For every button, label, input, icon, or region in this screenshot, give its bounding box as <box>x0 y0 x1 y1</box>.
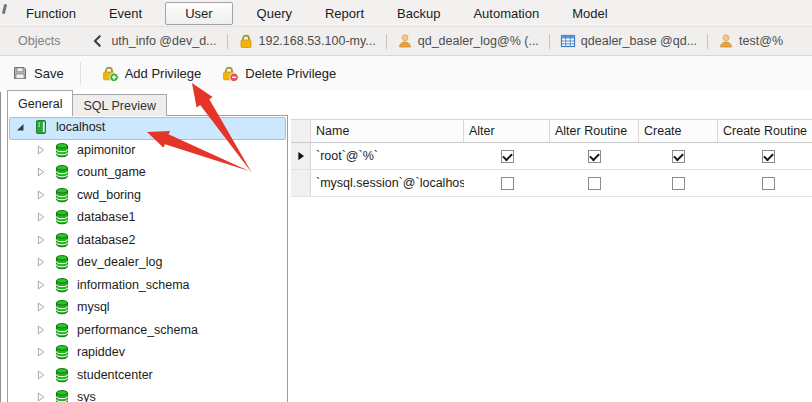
objects-label[interactable]: Objects <box>18 34 60 48</box>
grid-row-root[interactable]: `root`@`%` <box>291 143 812 170</box>
tree-item-sys[interactable]: sys <box>8 386 287 402</box>
connection-tab-auth-info[interactable]: uth_info @dev_d... <box>108 34 219 48</box>
tree-item-dev-dealer-log[interactable]: dev_dealer_log <box>8 251 287 274</box>
create-checkbox[interactable] <box>672 150 685 163</box>
delete-privilege-button[interactable]: Delete Privilege <box>213 61 344 86</box>
menu-item-report[interactable]: Report <box>312 2 377 25</box>
chevron-collapsed-icon[interactable] <box>34 188 48 202</box>
chevron-collapsed-icon[interactable] <box>34 210 48 224</box>
chevron-left-icon <box>91 34 105 48</box>
chevron-collapsed-icon[interactable] <box>34 368 48 382</box>
delete-privilege-label: Delete Privilege <box>245 66 336 81</box>
connection-tab-qdealer-base[interactable]: qdealer_base @qd... <box>557 33 700 49</box>
connection-tab-label: qd_dealer_log@% (... <box>418 34 539 48</box>
column-header-create-routine[interactable]: Create Routine <box>718 120 812 142</box>
tree-item-studentcenter[interactable]: studentcenter <box>8 364 287 387</box>
menu-item-query[interactable]: Query <box>244 2 305 25</box>
create-routine-checkbox[interactable] <box>762 150 775 163</box>
chevron-collapsed-icon[interactable] <box>34 165 48 179</box>
chevron-expanded-icon[interactable] <box>13 120 27 134</box>
column-header-alter-routine[interactable]: Alter Routine <box>550 120 639 142</box>
menu-item-event[interactable]: Event <box>96 2 155 25</box>
chevron-collapsed-icon[interactable] <box>34 255 48 269</box>
save-button[interactable]: Save <box>4 61 72 85</box>
connection-tab-bar: Objects uth_info @dev_d... 192.168.53.10… <box>0 27 812 56</box>
scroll-tabs-left-button[interactable] <box>90 32 106 50</box>
tree-item-information-schema[interactable]: information_schema <box>8 274 287 297</box>
chevron-collapsed-icon[interactable] <box>34 300 48 314</box>
menu-item-function[interactable]: Function <box>13 2 89 25</box>
tab-separator <box>227 34 228 49</box>
tree-item-database1[interactable]: database1 <box>8 206 287 229</box>
tab-general[interactable]: General <box>7 90 73 116</box>
database-icon <box>54 299 70 315</box>
user-icon <box>397 33 413 49</box>
table-icon <box>560 33 576 49</box>
alter-checkbox-cell <box>464 177 550 190</box>
tree-item-label: rapiddev <box>77 345 125 359</box>
alter-checkbox[interactable] <box>501 177 514 190</box>
menu-item-backup[interactable]: Backup <box>384 2 453 25</box>
connection-tab-192-168-53-100[interactable]: 192.168.53.100-my... <box>235 33 379 49</box>
tab-separator <box>707 34 708 49</box>
tree-item-localhost[interactable]: localhost <box>8 116 287 139</box>
tree-item-mysql[interactable]: mysql <box>8 296 287 319</box>
alter-checkbox-cell <box>464 150 550 163</box>
server-tree-panel: localhost apimonitor count_game cwd_bori… <box>7 115 288 402</box>
lock-delete-icon <box>221 65 239 82</box>
tab-sql-preview[interactable]: SQL Preview <box>73 94 166 116</box>
database-icon <box>54 322 70 338</box>
add-privilege-button[interactable]: Add Privilege <box>93 61 210 86</box>
create-routine-checkbox-cell <box>718 177 812 190</box>
tree-item-count-game[interactable]: count_game <box>8 161 287 184</box>
user-name-cell[interactable]: `root`@`%` <box>311 149 464 163</box>
current-row-indicator <box>291 143 311 169</box>
menu-item-automation[interactable]: Automation <box>460 2 552 25</box>
chevron-collapsed-icon[interactable] <box>34 390 48 402</box>
tree-item-cwd-boring[interactable]: cwd_boring <box>8 184 287 207</box>
tree-item-label: database1 <box>77 210 135 224</box>
chevron-collapsed-icon[interactable] <box>34 323 48 337</box>
column-header-name[interactable]: Name <box>311 120 464 142</box>
chevron-collapsed-icon[interactable] <box>34 143 48 157</box>
alter-routine-checkbox[interactable] <box>588 177 601 190</box>
chevron-collapsed-icon[interactable] <box>34 278 48 292</box>
grid-row-mysql-session[interactable]: `mysql.session`@`localhost` <box>291 170 812 197</box>
menu-item-model[interactable]: Model <box>559 2 620 25</box>
connection-tab-label: qdealer_base @qd... <box>581 34 697 48</box>
create-checkbox[interactable] <box>672 177 685 190</box>
tab-separator <box>549 34 550 49</box>
menu-bar: Function Event User Query Report Backup … <box>0 0 812 27</box>
tree-item-label: count_game <box>77 165 146 179</box>
tree-item-label: studentcenter <box>77 368 153 382</box>
alter-routine-checkbox-cell <box>550 150 639 163</box>
tree-item-database2[interactable]: database2 <box>8 229 287 252</box>
database-icon <box>54 209 70 225</box>
create-routine-checkbox[interactable] <box>762 177 775 190</box>
tree-item-label: database2 <box>77 233 135 247</box>
tree-selection-highlight <box>9 117 286 140</box>
chevron-collapsed-icon[interactable] <box>34 345 48 359</box>
create-checkbox-cell <box>639 150 718 163</box>
database-icon <box>54 344 70 360</box>
tab-separator <box>386 34 387 49</box>
database-icon <box>54 164 70 180</box>
chevron-collapsed-icon[interactable] <box>34 233 48 247</box>
alter-routine-checkbox[interactable] <box>588 150 601 163</box>
column-header-create[interactable]: Create <box>639 120 718 142</box>
row-selector-header <box>291 120 311 142</box>
database-icon <box>54 232 70 248</box>
toolbar: Save Add Privilege Delete Privilege <box>0 56 812 90</box>
column-header-alter[interactable]: Alter <box>464 120 550 142</box>
connection-tab-qd-dealer-log[interactable]: qd_dealer_log@% (... <box>394 33 542 49</box>
user-name-cell[interactable]: `mysql.session`@`localhost` <box>311 176 464 190</box>
alter-routine-checkbox-cell <box>550 177 639 190</box>
tree-item-rapiddev[interactable]: rapiddev <box>8 341 287 364</box>
tree-item-label: apimonitor <box>77 143 135 157</box>
connection-tab-test[interactable]: test@% <box>715 33 786 49</box>
menu-item-user[interactable]: User <box>165 2 232 25</box>
server-icon <box>33 119 49 135</box>
tree-item-performance-schema[interactable]: performance_schema <box>8 319 287 342</box>
alter-checkbox[interactable] <box>501 150 514 163</box>
tree-item-apimonitor[interactable]: apimonitor <box>8 139 287 162</box>
